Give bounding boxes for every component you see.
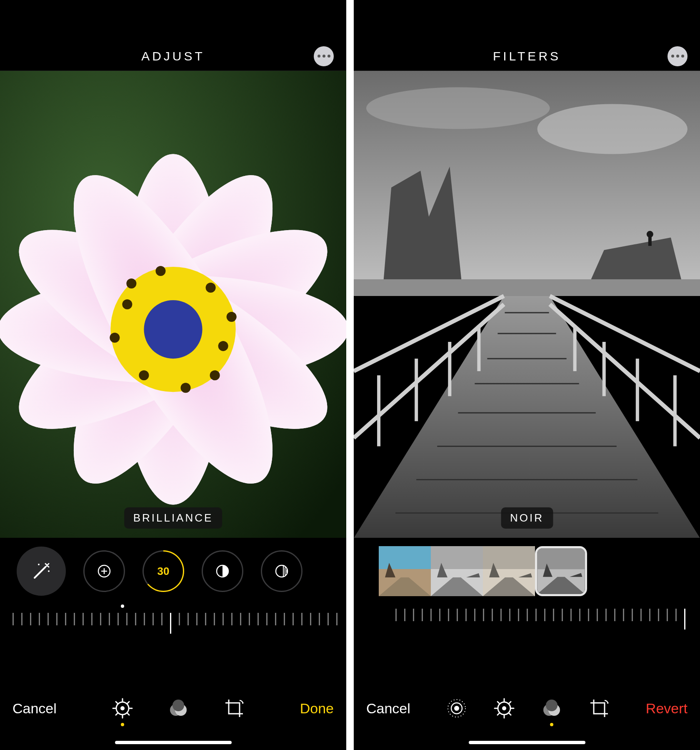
editor-header: ADJUST [0, 42, 346, 71]
done-button[interactable]: Done [300, 700, 334, 717]
filter-thumb-image [431, 546, 483, 596]
ruins-bridge-image [354, 71, 700, 538]
home-indicator[interactable] [469, 741, 585, 744]
svg-point-71 [546, 700, 558, 711]
crop-tab[interactable] [223, 697, 245, 720]
svg-point-17 [206, 283, 216, 293]
slider-default-dot [121, 605, 124, 608]
filter-thumbnails-row[interactable] [354, 538, 700, 605]
exposure-icon [94, 561, 114, 581]
svg-rect-61 [379, 546, 431, 569]
filters-icon [540, 697, 563, 720]
editor-tabs [61, 697, 296, 720]
cancel-button[interactable]: Cancel [12, 700, 57, 717]
brilliance-dial[interactable]: 30 [142, 550, 184, 592]
svg-point-19 [227, 312, 237, 322]
value-slider[interactable] [0, 605, 346, 638]
svg-point-25 [38, 564, 40, 565]
more-button[interactable] [314, 46, 334, 66]
filters-tab[interactable] [540, 697, 563, 720]
editor-footer: Cancel [354, 683, 700, 750]
auto-enhance-button[interactable] [17, 547, 66, 596]
svg-point-37 [366, 87, 550, 129]
filter-thumb-selected[interactable] [535, 546, 587, 596]
adjustment-name-label: BRILLIANCE [124, 507, 222, 529]
svg-point-26 [48, 570, 50, 572]
revert-button[interactable]: Revert [646, 700, 688, 717]
status-bar [354, 0, 700, 42]
svg-point-14 [144, 300, 202, 359]
live-photo-tab[interactable] [445, 697, 468, 720]
highlights-dial[interactable] [202, 550, 243, 592]
filters-tab[interactable] [167, 697, 190, 720]
adjust-tab[interactable] [493, 697, 515, 720]
svg-point-68 [502, 706, 506, 710]
phone-filters-screen: FILTERS [354, 0, 700, 750]
filter-name-label: NOIR [501, 507, 553, 529]
ellipsis-icon [671, 55, 674, 58]
flower-image [0, 71, 346, 538]
intensity-slider[interactable] [354, 609, 700, 634]
svg-point-36 [538, 104, 688, 154]
editor-header: FILTERS [354, 42, 700, 71]
filter-thumb[interactable] [483, 546, 535, 596]
svg-point-31 [120, 706, 125, 710]
filter-thumb[interactable] [431, 546, 483, 596]
exposure-dial[interactable] [83, 550, 125, 592]
svg-point-64 [454, 706, 459, 711]
adjust-icon [111, 697, 134, 720]
status-bar [0, 0, 346, 42]
cancel-button[interactable]: Cancel [366, 700, 410, 717]
more-button[interactable] [668, 46, 688, 66]
crop-tab[interactable] [588, 697, 610, 720]
live-icon [445, 697, 468, 720]
filter-thumb-image [537, 548, 585, 594]
svg-point-21 [181, 383, 191, 393]
adjust-icon [493, 697, 515, 720]
slider-ticks [0, 613, 346, 634]
svg-point-22 [155, 266, 165, 276]
svg-point-24 [126, 278, 136, 288]
slider-thumb[interactable] [684, 609, 685, 630]
svg-point-15 [218, 341, 228, 351]
brilliance-value: 30 [144, 552, 183, 591]
ellipsis-icon [318, 55, 320, 58]
shadows-dial[interactable] [261, 550, 302, 592]
svg-rect-39 [648, 237, 652, 246]
svg-point-18 [139, 370, 149, 380]
svg-rect-40 [354, 279, 700, 296]
svg-point-38 [647, 231, 653, 238]
shadows-icon [272, 561, 292, 581]
svg-marker-41 [354, 296, 700, 538]
phone-adjust-screen: ADJUST [0, 0, 346, 750]
svg-point-16 [122, 299, 132, 309]
svg-point-34 [172, 700, 184, 711]
filter-thumb-image [379, 546, 431, 596]
home-indicator[interactable] [115, 741, 232, 744]
filter-thumb[interactable] [379, 546, 431, 596]
adjust-tab[interactable] [111, 697, 134, 720]
editor-tabs [415, 697, 642, 720]
photo-preview[interactable]: NOIR [354, 71, 700, 538]
highlights-icon [212, 561, 232, 581]
photo-preview[interactable]: BRILLIANCE [0, 71, 346, 538]
header-title: FILTERS [493, 49, 561, 63]
filters-icon [167, 697, 190, 720]
filter-thumb-image [483, 546, 535, 596]
header-title: ADJUST [141, 49, 205, 63]
wand-icon [31, 561, 51, 581]
svg-point-20 [110, 333, 120, 343]
crop-icon [588, 697, 610, 720]
adjustment-dials-row[interactable]: 30 [0, 538, 346, 605]
slider-thumb[interactable] [170, 613, 171, 634]
editor-footer: Cancel [0, 683, 346, 750]
crop-icon [223, 697, 245, 720]
svg-point-23 [210, 370, 220, 380]
